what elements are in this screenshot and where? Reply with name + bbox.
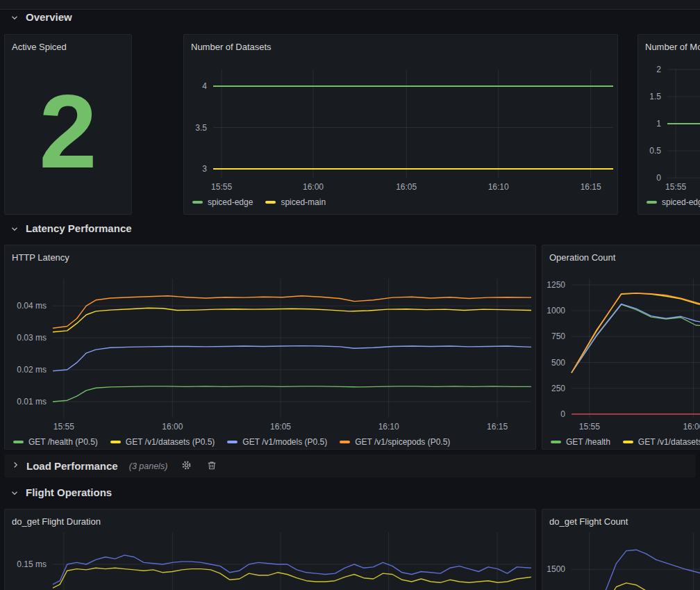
x-tick-label: 16:15	[581, 182, 601, 192]
y-tick-label: 1250	[547, 280, 565, 290]
series-yellow-series	[53, 568, 531, 588]
legend-item[interactable]: GET /health (P0.5)	[13, 437, 98, 447]
row-delete-button[interactable]	[207, 460, 217, 473]
y-tick-label: 0	[560, 409, 565, 419]
stat-wrap: 2	[5, 53, 131, 210]
gear-icon	[181, 460, 192, 473]
legend-swatch	[551, 441, 561, 443]
y-tick-label: 250	[551, 384, 565, 393]
legend-label: GET /v1/models (P0.5)	[242, 437, 327, 447]
panel-title[interactable]: Active Spiced	[12, 42, 67, 52]
panels-count: (3 panels)	[129, 461, 168, 471]
legend-label: GET /v1/datasets (P0.5)	[126, 437, 215, 447]
http-latency-chart[interactable]: 15:5516:0016:0516:1016:150.01 ms0.02 ms0…	[5, 245, 535, 449]
legend-item[interactable]: GET /v1/datasets (P0.5)	[110, 437, 215, 447]
chevron-down-icon	[10, 224, 19, 233]
section-overview[interactable]: Overview	[10, 11, 72, 23]
legend-label: GET /v1/spicepods (P0.5)	[355, 437, 450, 447]
chart-plot[interactable]: 15:5516:0016:0516:1016:15025050075010001…	[572, 279, 700, 418]
chart-plot[interactable]: 15:5516:0016:0516:1016:150.15 ms	[53, 532, 531, 590]
x-tick-label: 16:05	[396, 182, 417, 192]
panel-number-of-models: Number of Models 15:5516:0016:0516:1016:…	[638, 34, 700, 215]
legend-swatch	[192, 201, 203, 204]
chart-legend: GET /health (P0.5)GET /v1/datasets (P0.5…	[13, 436, 462, 447]
section-title: Overview	[26, 11, 72, 23]
legend-label: spiced-main	[281, 197, 326, 207]
legend-item[interactable]: GET /v1/spicepods (P0.5)	[340, 437, 450, 447]
y-tick-label: 1	[656, 119, 661, 129]
panel-title[interactable]: do_get Flight Duration	[12, 516, 101, 527]
row-settings-button[interactable]	[181, 460, 192, 473]
series-yellow-series	[597, 583, 700, 590]
legend-item[interactable]: GET /v1/models (P0.5)	[227, 437, 327, 447]
legend-item[interactable]: spiced-main	[265, 197, 326, 207]
chart-legend: spiced-edge	[647, 196, 700, 207]
series-GET /v1/spicepods	[572, 293, 700, 373]
panel-do-get-flight-count: do_get Flight Count 15:5516:0016:0516:10…	[542, 509, 700, 590]
chart-plot[interactable]: 15:5516:0016:0516:1016:150.01 ms0.02 ms0…	[53, 279, 531, 418]
operation-count-chart[interactable]: 15:5516:0016:0516:1016:15025050075010001…	[542, 245, 700, 449]
x-tick-label: 16:10	[378, 422, 399, 432]
y-tick-label: 0.01 ms	[17, 397, 47, 407]
legend-swatch	[647, 201, 657, 204]
panel-title[interactable]: do_get Flight Count	[549, 516, 628, 527]
section-title: Load Performance	[26, 460, 118, 472]
legend-label: GET /health	[566, 437, 610, 447]
y-tick-label: 0.02 ms	[17, 365, 47, 375]
legend-swatch	[110, 441, 121, 443]
y-tick-label: 0.04 ms	[17, 301, 47, 311]
section-title: Flight Operations	[26, 486, 112, 498]
chart-plot[interactable]: 15:5516:0016:0516:1016:1533.54	[213, 69, 613, 178]
toolbar-edge	[0, 0, 700, 10]
y-tick-label: 500	[551, 358, 565, 368]
section-title: Latency Performance	[26, 222, 132, 234]
legend-label: spiced-edge	[662, 197, 700, 207]
y-tick-label: 1500	[547, 564, 565, 574]
number-of-models-chart[interactable]: 15:5516:0016:0516:1016:1500.511.52spiced…	[638, 35, 700, 214]
panel-do-get-flight-duration: do_get Flight Duration 15:5516:0016:0516…	[4, 509, 536, 590]
panel-title[interactable]: Operation Count	[549, 252, 615, 263]
section-flight-operations[interactable]: Flight Operations	[10, 486, 112, 498]
series-blue-series	[597, 550, 700, 590]
active-spiced-value: 2	[39, 79, 97, 183]
legend-swatch	[227, 441, 238, 443]
chevron-down-icon	[10, 13, 19, 22]
panel-http-latency: HTTP Latency 15:5516:0016:0516:1016:150.…	[4, 245, 536, 450]
chevron-down-icon	[10, 488, 19, 498]
chart-plot[interactable]: 15:5516:0016:0516:1016:151500	[572, 532, 700, 590]
series-GET /v1/spicepods (P0.5)	[53, 296, 531, 329]
legend-swatch	[13, 441, 24, 443]
number-of-datasets-chart[interactable]: 15:5516:0016:0516:1016:1533.54spiced-edg…	[184, 35, 617, 214]
panel-number-of-datasets: Number of Datasets 15:5516:0016:0516:101…	[183, 34, 618, 215]
legend-item[interactable]: spiced-edge	[647, 197, 700, 207]
section-latency-performance[interactable]: Latency Performance	[10, 222, 132, 234]
panel-active-spiced: Active Spiced 2	[4, 34, 132, 215]
x-tick-label: 16:15	[487, 422, 508, 432]
legend-item[interactable]: GET /v1/datasets	[623, 437, 700, 447]
y-tick-label: 0	[656, 173, 661, 183]
dashboard: Overview Active Spiced 2 Number of Datas…	[0, 0, 700, 590]
y-tick-label: 0.15 ms	[17, 559, 47, 569]
series-GET /v1/models (P0.5)	[53, 346, 531, 371]
legend-swatch	[265, 201, 276, 204]
panel-title[interactable]: Number of Datasets	[191, 42, 272, 52]
chart-legend: GET /healthGET /v1/datasetsGET /v1/model…	[551, 436, 700, 447]
series-GET /health (P0.5)	[53, 386, 531, 402]
panel-title[interactable]: HTTP Latency	[12, 252, 69, 263]
x-tick-label: 15:55	[53, 422, 74, 432]
y-tick-label: 1000	[547, 306, 565, 316]
legend-label: GET /v1/datasets	[638, 437, 700, 447]
x-tick-label: 16:05	[270, 422, 291, 432]
y-tick-label: 0.5	[649, 146, 661, 156]
legend-swatch	[340, 441, 350, 443]
y-tick-label: 3	[202, 164, 207, 174]
legend-label: spiced-edge	[208, 197, 253, 207]
section-load-performance[interactable]: Load Performance (3 panels)	[4, 454, 696, 477]
chart-legend: spiced-edgespiced-main	[192, 196, 338, 207]
legend-item[interactable]: GET /health	[551, 437, 610, 447]
chart-plot[interactable]: 15:5516:0016:0516:1016:1500.511.52	[667, 68, 700, 178]
legend-item[interactable]: spiced-edge	[192, 197, 253, 207]
series-GET /v1/datasets (P0.5)	[53, 308, 531, 332]
panel-title[interactable]: Number of Models	[645, 42, 700, 52]
legend-swatch	[623, 441, 633, 443]
